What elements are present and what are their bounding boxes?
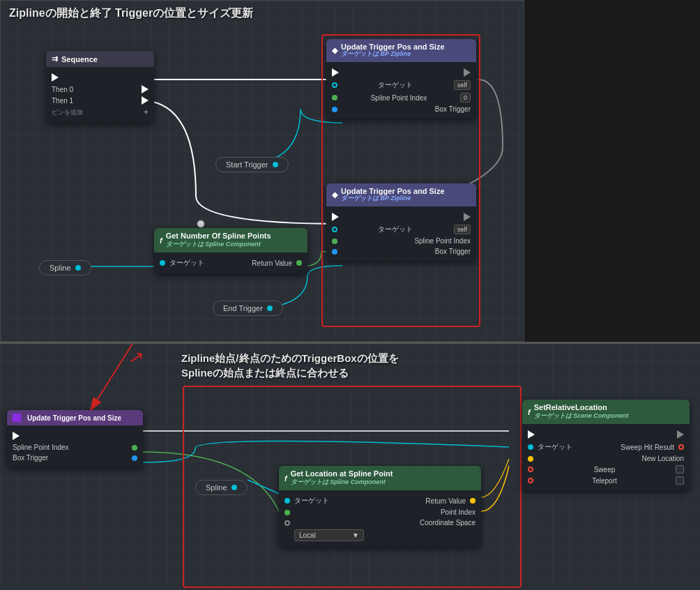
- diamond-icon-2: ◆: [332, 190, 337, 199]
- svg-point-0: [197, 220, 204, 227]
- sequence-then0-row: Then 0: [52, 84, 149, 95]
- ut2-box-pin: [332, 249, 337, 255]
- srl-teleport-pin: [528, 478, 533, 483]
- utl-header: Update Trigger Pos and Size: [7, 410, 143, 425]
- sequence-exec-in: [52, 71, 149, 84]
- srl-sweep-row: Sweep: [528, 464, 684, 475]
- bottom-panel-title: Zipline始点/終点のためのTriggerBoxの位置を Splineの始点…: [181, 351, 399, 380]
- get-location-node: f Get Location at Spline Point ターゲットは Sp…: [279, 466, 481, 547]
- ut1-target-row: ターゲット self: [332, 79, 471, 91]
- ut1-spline-row: Spline Point Index 0: [332, 91, 471, 104]
- update-trigger-node-2: ◆ Update Trigger Pos and Size ターゲットは BP …: [326, 183, 476, 261]
- gn-target-pin: [160, 260, 165, 266]
- gl-pointindex-row: Point Index: [284, 507, 475, 517]
- gl-return-pin: [470, 498, 475, 504]
- sequence-icon: ⇉: [52, 54, 58, 63]
- coord-dropdown[interactable]: Local ▼: [294, 529, 364, 541]
- then0-out-pin: [142, 85, 149, 93]
- utl-spline-pin: [132, 445, 137, 451]
- get-number-body: ターゲット Return Value: [154, 252, 307, 273]
- then1-out-pin: [142, 96, 149, 105]
- end-trigger-button[interactable]: End Trigger: [213, 301, 283, 316]
- sweep-checkbox[interactable]: [676, 465, 684, 474]
- utl-exec-pin: [13, 432, 20, 440]
- ut2-exec-out: [464, 213, 471, 221]
- bottom-panel: Zipline始点/終点のためのTriggerBoxの位置を Splineの始点…: [0, 342, 700, 590]
- set-relative-location-node: f SetRelativeLocation ターゲットは Scene Compo…: [522, 400, 690, 490]
- gl-coord-pin: [284, 520, 290, 526]
- ut2-exec-in: [332, 213, 339, 221]
- function-icon: f: [160, 236, 162, 245]
- start-trigger-button[interactable]: Start Trigger: [215, 157, 289, 172]
- srl-target-row: ターゲット Sweep Hit Result: [528, 441, 684, 453]
- teleport-checkbox[interactable]: [676, 476, 684, 485]
- gl-header: f Get Location at Spline Point ターゲットは Sp…: [279, 466, 481, 490]
- utl-box-row: Box Trigger: [13, 453, 137, 463]
- end-trigger-pin: [267, 305, 273, 311]
- top-panel-title: Ziplineの開始と終了 Triggerの位置とサイズ更新: [9, 6, 253, 21]
- dropdown-arrow-icon: ▼: [352, 531, 359, 539]
- purple-square-icon: [13, 414, 21, 422]
- arrow-annotation: ↙: [127, 346, 146, 370]
- gl-coordspace-row: Coordinate Space: [284, 517, 475, 528]
- spline-button-bottom[interactable]: Spline: [195, 480, 248, 495]
- ut2-spline-pin: [332, 239, 337, 244]
- utl-box-pin: [132, 455, 137, 461]
- sequence-then1-row: Then 1: [52, 95, 149, 106]
- top-panel: Ziplineの開始と終了 Triggerの位置とサイズ更新 ⇉ Sequenc…: [0, 0, 524, 342]
- function-icon-2: f: [528, 408, 531, 416]
- srl-target-pin: [528, 444, 533, 450]
- get-number-node: f Get Number Of Spline Points ターゲットは Spl…: [154, 228, 307, 273]
- ut1-exec-out: [464, 68, 471, 77]
- function-icon-3: f: [284, 474, 287, 483]
- utl-body: Spline Point Index Box Trigger: [7, 425, 143, 467]
- srl-newloc-pin: [528, 456, 533, 462]
- sequence-header: ⇉ Sequence: [46, 51, 154, 67]
- svg-line-1: [91, 344, 132, 410]
- get-number-header: f Get Number Of Spline Points ターゲットは Spl…: [154, 228, 307, 252]
- update-trigger-2-body: ターゲット self Spline Point Index Box Trigge…: [326, 206, 476, 261]
- gl-local-row: Local ▼: [284, 528, 475, 543]
- sequence-body: Then 0 Then 1 ピンを追加 +: [46, 67, 154, 123]
- ut1-box-pin: [332, 107, 337, 112]
- update-trigger-node-1: ◆ Update Trigger Pos and Size ターゲットは BP …: [326, 39, 476, 119]
- sequence-addpin-row: ピンを追加 +: [52, 106, 149, 119]
- gl-target-row: ターゲット Return Value: [284, 494, 475, 507]
- ut1-exec-row: [332, 66, 471, 79]
- update-trigger-left-node: Update Trigger Pos and Size Spline Point…: [7, 410, 143, 467]
- update-trigger-2-header: ◆ Update Trigger Pos and Size ターゲットは BP …: [326, 183, 476, 206]
- exec-in-pin: [52, 73, 59, 82]
- update-trigger-1-body: ターゲット self Spline Point Index 0 Box Trig…: [326, 62, 476, 119]
- ut2-target-row: ターゲット self: [332, 223, 471, 236]
- ut1-exec-in: [332, 68, 339, 77]
- ut1-boxtrigger-row: Box Trigger: [332, 104, 471, 114]
- srl-header: f SetRelativeLocation ターゲットは Scene Compo…: [522, 400, 690, 424]
- srl-body: ターゲット Sweep Hit Result New Location Swee…: [522, 424, 690, 490]
- srl-exec-out: [677, 430, 684, 439]
- utl-exec-row: [13, 430, 137, 442]
- ut2-spline-row: Spline Point Index: [332, 236, 471, 246]
- gl-body: ターゲット Return Value Point Index Coordinat…: [279, 490, 481, 547]
- gl-target-pin: [284, 498, 290, 504]
- ut2-target-pin: [332, 227, 337, 232]
- spline-button[interactable]: Spline: [39, 260, 91, 275]
- ut2-boxtrigger-row: Box Trigger: [332, 246, 471, 257]
- srl-exec-in: [528, 430, 535, 439]
- utl-spline-row: Spline Point Index: [13, 442, 137, 453]
- update-trigger-1-header: ◆ Update Trigger Pos and Size ターゲットは BP …: [326, 39, 476, 62]
- ut1-target-pin: [332, 82, 337, 88]
- spline-btn-bottom-pin: [231, 485, 237, 490]
- diamond-icon-1: ◆: [332, 46, 337, 55]
- ut2-exec-row: [332, 211, 471, 223]
- srl-exec-row: [528, 428, 684, 441]
- srl-teleport-row: Teleport: [528, 475, 684, 486]
- spline-pin: [75, 265, 81, 271]
- ut1-spline-pin: [332, 95, 337, 100]
- srl-sweep-hit-pin: [678, 444, 684, 450]
- sequence-node: ⇉ Sequence Then 0 Then 1 ピンを追加 +: [46, 51, 154, 123]
- gl-pointindex-pin: [284, 510, 290, 515]
- gn-target-row: ターゲット Return Value: [160, 257, 302, 269]
- srl-newloc-row: New Location: [528, 453, 684, 464]
- start-trigger-pin: [273, 162, 278, 167]
- gn-return-pin: [296, 260, 302, 266]
